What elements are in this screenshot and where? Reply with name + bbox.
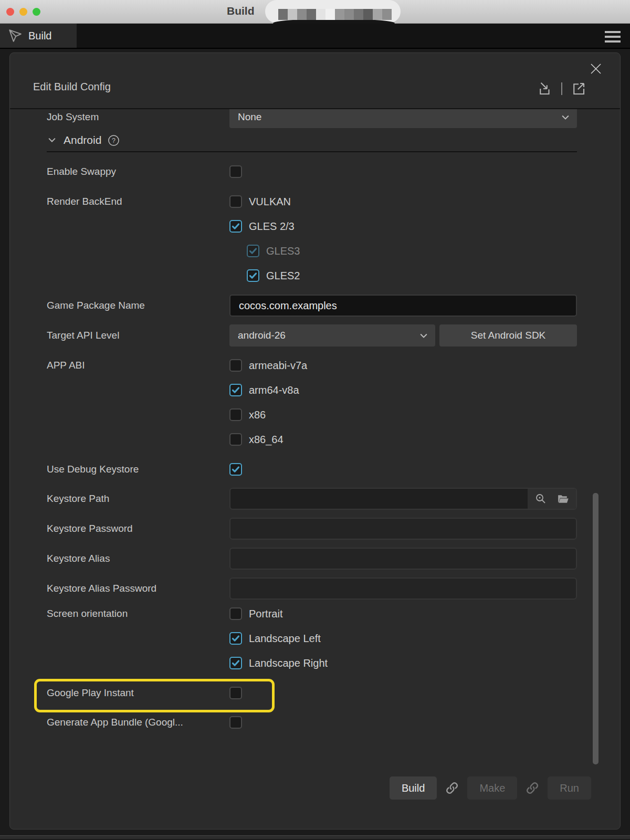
dialog-title: Edit Build Config [33, 81, 111, 93]
option-vulkan: VULKAN [229, 195, 577, 208]
row-enable-swappy: Enable Swappy [47, 165, 577, 178]
row-screen-orientation: Screen orientation Portrait Landscape Le… [47, 607, 577, 669]
make-button[interactable]: Make [467, 776, 517, 800]
keystore-alias-label: Keystore Alias [47, 553, 229, 564]
svg-text:?: ? [112, 136, 116, 144]
job-system-select[interactable]: None [229, 109, 577, 128]
landscape-right-checkbox[interactable] [229, 657, 242, 669]
maximize-window-button[interactable] [33, 8, 40, 16]
row-app-abi: APP ABI armeabi-v7a arm64-v8a [47, 359, 577, 446]
target-api-level-value: android-26 [238, 330, 286, 341]
window-titlebar: Build [0, 0, 630, 24]
send-icon [8, 29, 22, 43]
dialog-header: Edit Build Config [10, 53, 620, 109]
generate-app-bundle-label: Generate App Bundle (Googl... [47, 716, 229, 729]
option-gles23: GLES 2/3 [229, 220, 577, 233]
option-x86-64: x86_64 [229, 433, 577, 446]
landscape-right-label: Landscape Right [249, 657, 328, 669]
link-icon[interactable] [524, 780, 540, 796]
link-icon[interactable] [444, 780, 460, 796]
google-play-instant-checkbox[interactable] [229, 687, 242, 699]
armeabi-v7a-label: armeabi-v7a [249, 360, 307, 372]
keystore-alias-input[interactable] [229, 548, 577, 570]
keystore-password-input[interactable] [229, 518, 577, 540]
editor-content-area: Edit Build Config [0, 49, 630, 839]
vulkan-label: VULKAN [249, 196, 291, 208]
row-use-debug-keystore: Use Debug Keystore [47, 463, 577, 476]
set-android-sdk-button[interactable]: Set Android SDK [439, 324, 577, 346]
option-landscape-left: Landscape Left [229, 632, 577, 645]
row-keystore-password: Keystore Password [47, 518, 577, 540]
section-android[interactable]: Android ? [47, 131, 577, 150]
build-button[interactable]: Build [390, 776, 437, 800]
enable-swappy-checkbox[interactable] [229, 165, 242, 178]
use-debug-keystore-label: Use Debug Keystore [47, 463, 229, 476]
google-play-instant-label: Google Play Instant [47, 687, 229, 699]
dialog-footer: Build Make Run [390, 776, 591, 800]
header-divider [561, 82, 562, 95]
close-window-button[interactable] [6, 8, 14, 16]
armeabi-v7a-checkbox[interactable] [229, 359, 242, 372]
option-landscape-right: Landscape Right [229, 657, 577, 669]
tab-build[interactable]: Build [0, 24, 77, 48]
section-divider [47, 151, 577, 152]
keystore-path-label: Keystore Path [47, 493, 229, 505]
row-generate-app-bundle: Generate App Bundle (Googl... [47, 716, 577, 729]
chevron-down-icon [47, 135, 57, 145]
screen-orientation-label: Screen orientation [47, 607, 229, 620]
use-debug-keystore-checkbox[interactable] [229, 463, 242, 476]
tab-build-label: Build [28, 30, 51, 42]
row-keystore-path: Keystore Path [47, 488, 577, 510]
vulkan-checkbox[interactable] [229, 195, 242, 208]
landscape-left-label: Landscape Left [249, 633, 321, 645]
search-icon[interactable] [534, 492, 547, 505]
generate-app-bundle-checkbox[interactable] [229, 716, 242, 729]
arm64-v8a-checkbox[interactable] [229, 384, 242, 396]
chevron-down-icon [560, 112, 571, 122]
game-package-name-label: Game Package Name [47, 300, 229, 311]
keystore-path-actions [528, 489, 576, 509]
portrait-checkbox[interactable] [229, 607, 242, 620]
target-api-level-select[interactable]: android-26 [229, 324, 435, 346]
row-keystore-alias-password: Keystore Alias Password [47, 578, 577, 600]
x86-64-checkbox[interactable] [229, 433, 242, 446]
close-icon[interactable] [589, 61, 603, 76]
help-icon[interactable]: ? [108, 134, 120, 146]
option-arm64-v8a: arm64-v8a [229, 384, 577, 396]
app-abi-label: APP ABI [47, 359, 229, 372]
window-title: Build [227, 5, 255, 17]
x86-64-label: x86_64 [249, 434, 284, 446]
gles3-label: GLES3 [266, 245, 300, 257]
traffic-lights[interactable] [6, 8, 40, 16]
keystore-alias-password-label: Keystore Alias Password [47, 583, 229, 594]
job-system-label: Job System [47, 111, 229, 123]
run-button[interactable]: Run [548, 776, 591, 800]
redaction-mosaic [278, 9, 392, 20]
enable-swappy-label: Enable Swappy [47, 165, 229, 178]
row-target-api-level: Target API Level android-26 Set Android … [47, 324, 577, 346]
x86-checkbox[interactable] [229, 408, 242, 421]
export-config-icon[interactable] [571, 81, 586, 97]
gles23-checkbox[interactable] [229, 220, 242, 233]
render-backend-label: Render BackEnd [47, 195, 229, 208]
folder-open-icon[interactable] [556, 492, 570, 506]
import-config-icon[interactable] [537, 81, 553, 97]
game-package-name-input[interactable] [229, 295, 577, 317]
build-config-form: Job System None Android [10, 109, 620, 741]
section-android-title: Android [64, 134, 101, 146]
row-job-system: Job System None [47, 109, 577, 128]
option-gles2: GLES2 [247, 269, 577, 282]
arm64-v8a-label: arm64-v8a [249, 384, 299, 396]
row-google-play-instant: Google Play Instant [47, 687, 577, 699]
gles3-checkbox[interactable] [247, 245, 259, 257]
keystore-alias-password-input[interactable] [229, 578, 577, 600]
row-game-package-name: Game Package Name [47, 295, 577, 317]
minimize-window-button[interactable] [19, 8, 27, 16]
menu-icon[interactable] [605, 31, 621, 43]
gles2-label: GLES2 [266, 270, 300, 282]
row-render-backend: Render BackEnd VULKAN GLES 2/3 [47, 195, 577, 282]
keystore-path-input[interactable] [229, 488, 577, 510]
landscape-left-checkbox[interactable] [229, 632, 242, 645]
vertical-scrollbar[interactable] [593, 493, 598, 764]
gles2-checkbox[interactable] [247, 269, 259, 282]
